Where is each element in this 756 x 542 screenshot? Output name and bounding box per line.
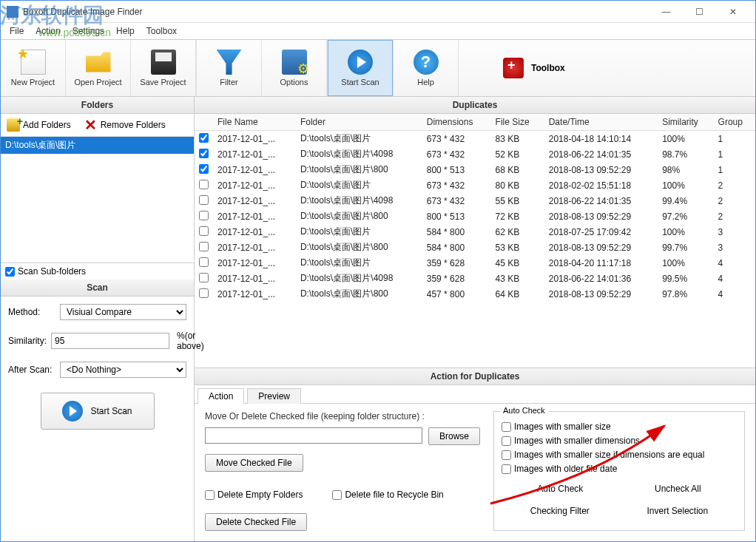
play-icon: [62, 401, 83, 421]
filter-icon: [217, 50, 242, 75]
table-row[interactable]: 2017-12-01_... D:\tools\桌面\图片 584 * 800 …: [195, 224, 755, 240]
table-row[interactable]: 2017-12-01_... D:\tools\桌面\图片\800 584 * …: [195, 240, 755, 255]
cell-size: 72 KB: [491, 209, 544, 224]
table-row[interactable]: 2017-12-01_... D:\tools\桌面\图片\4098 359 *…: [195, 271, 755, 286]
toolbar: New Project Open Project Save Project Fi…: [1, 39, 755, 97]
table-row[interactable]: 2017-12-01_... D:\tools\桌面\图片\800 457 * …: [195, 286, 755, 302]
row-checkbox[interactable]: [199, 288, 209, 298]
auto-older-date-checkbox[interactable]: [502, 464, 511, 474]
menu-action[interactable]: Action: [31, 24, 64, 38]
options-label: Options: [280, 78, 308, 87]
col-size[interactable]: File Size: [491, 114, 544, 131]
delete-checked-button[interactable]: Delete Checked File: [205, 513, 307, 531]
tab-action[interactable]: Action: [198, 388, 244, 404]
delete-empty-checkbox[interactable]: [205, 490, 215, 500]
row-checkbox[interactable]: [199, 180, 209, 189]
destination-path-input[interactable]: [205, 427, 422, 444]
cell-dim: 457 * 800: [422, 286, 491, 302]
move-checked-button[interactable]: Move Checked File: [205, 454, 303, 472]
help-button[interactable]: ?Help: [394, 40, 459, 96]
table-row[interactable]: 2017-12-01_... D:\tools\桌面\图片\800 800 * …: [195, 209, 755, 224]
menu-toolbox[interactable]: Toolbox: [142, 24, 181, 38]
row-checkbox[interactable]: [199, 133, 209, 143]
cell-sim: 99.5%: [658, 271, 713, 286]
row-checkbox[interactable]: [199, 273, 209, 282]
row-checkbox[interactable]: [199, 257, 209, 267]
remove-folders-button[interactable]: ✕Remove Folders: [84, 118, 166, 132]
method-select[interactable]: Visiual Compare: [60, 304, 186, 320]
cell-dim: 584 * 800: [422, 224, 491, 240]
browse-button[interactable]: Browse: [428, 427, 480, 445]
checking-filter-button[interactable]: Checking Filter: [526, 504, 594, 518]
row-checkbox[interactable]: [199, 211, 209, 220]
folder-item[interactable]: D:\tools\桌面\图片: [1, 137, 194, 154]
cell-folder: D:\tools\桌面\图片\4098: [296, 146, 422, 162]
cell-folder: D:\tools\桌面\图片: [296, 131, 422, 147]
save-project-button[interactable]: Save Project: [131, 40, 196, 96]
col-dim[interactable]: Dimensions: [422, 114, 491, 131]
menu-file[interactable]: File: [5, 24, 28, 38]
auto-check-button[interactable]: Auto Check: [533, 481, 587, 496]
close-button[interactable]: ✕: [716, 1, 749, 22]
options-button[interactable]: Options: [262, 40, 327, 96]
tab-preview[interactable]: Preview: [247, 388, 301, 404]
auto-smaller-dim-checkbox[interactable]: [502, 436, 511, 446]
cell-date: 2018-06-22 14:01:36: [544, 271, 658, 286]
cell-size: 83 KB: [491, 131, 544, 147]
cell-size: 43 KB: [491, 271, 544, 286]
uncheck-all-button[interactable]: Uncheck All: [650, 481, 706, 496]
minimize-button[interactable]: —: [649, 1, 683, 22]
similarity-input[interactable]: [51, 333, 169, 349]
col-folder[interactable]: Folder: [296, 114, 422, 131]
cell-group: 3: [714, 240, 755, 255]
maximize-button[interactable]: ☐: [683, 1, 716, 22]
table-row[interactable]: 2017-12-01_... D:\tools\桌面\图片\4098 673 *…: [195, 146, 755, 162]
row-checkbox[interactable]: [199, 164, 209, 174]
cell-size: 53 KB: [491, 240, 544, 255]
duplicates-table[interactable]: File Name Folder Dimensions File Size Da…: [195, 114, 755, 367]
cell-group: 2: [714, 209, 755, 224]
folder-list[interactable]: D:\tools\桌面\图片: [1, 137, 194, 262]
row-checkbox[interactable]: [199, 242, 209, 251]
invert-selection-button[interactable]: Invert Selection: [642, 504, 712, 518]
table-row[interactable]: 2017-12-01_... D:\tools\桌面\图片 359 * 628 …: [195, 255, 755, 271]
cell-sim: 98%: [658, 162, 713, 177]
delete-recycle-checkbox[interactable]: [332, 490, 342, 500]
start-scan-button[interactable]: Start Scan: [328, 40, 393, 96]
open-project-button[interactable]: Open Project: [66, 40, 131, 96]
start-scan-main-button[interactable]: Start Scan: [41, 393, 155, 430]
auto-smaller-size-checkbox[interactable]: [502, 422, 511, 432]
new-project-label: New Project: [11, 78, 55, 87]
help-icon: ?: [414, 50, 439, 75]
toolbox-button[interactable]: Toolbox: [459, 40, 565, 96]
cell-file: 2017-12-01_...: [213, 286, 296, 302]
row-checkbox[interactable]: [199, 149, 209, 158]
start-scan-icon: [348, 50, 373, 75]
table-row[interactable]: 2017-12-01_... D:\tools\桌面\图片\800 800 * …: [195, 162, 755, 177]
auto-smaller-if-checkbox[interactable]: [502, 450, 511, 460]
after-scan-select[interactable]: <Do Nothing>: [60, 362, 186, 378]
add-folders-button[interactable]: Add Folders: [7, 118, 71, 132]
cell-size: 68 KB: [491, 162, 544, 177]
col-group[interactable]: Group: [714, 114, 755, 131]
cell-dim: 359 * 628: [422, 271, 491, 286]
row-checkbox[interactable]: [199, 226, 209, 236]
cell-folder: D:\tools\桌面\图片: [296, 224, 422, 240]
row-checkbox[interactable]: [199, 195, 209, 205]
menu-help[interactable]: Help: [112, 24, 139, 38]
table-row[interactable]: 2017-12-01_... D:\tools\桌面\图片 673 * 432 …: [195, 177, 755, 193]
titlebar: Boxoft Duplicate Image Finder — ☐ ✕: [1, 1, 755, 23]
auto-older-date-label: Images with older file date: [514, 464, 617, 474]
table-row[interactable]: 2017-12-01_... D:\tools\桌面\图片\4098 673 *…: [195, 193, 755, 209]
menu-settings[interactable]: Settings: [68, 24, 109, 38]
new-project-button[interactable]: New Project: [1, 40, 66, 96]
table-row[interactable]: 2017-12-01_... D:\tools\桌面\图片 673 * 432 …: [195, 131, 755, 147]
cell-sim: 100%: [658, 177, 713, 193]
scan-subfolders-checkbox[interactable]: [5, 267, 15, 277]
filter-button[interactable]: Filter: [197, 40, 262, 96]
cell-sim: 99.7%: [658, 240, 713, 255]
col-sim[interactable]: Similarity: [658, 114, 713, 131]
col-file[interactable]: File Name: [213, 114, 296, 131]
cell-file: 2017-12-01_...: [213, 177, 296, 193]
col-date[interactable]: Date/Time: [544, 114, 658, 131]
